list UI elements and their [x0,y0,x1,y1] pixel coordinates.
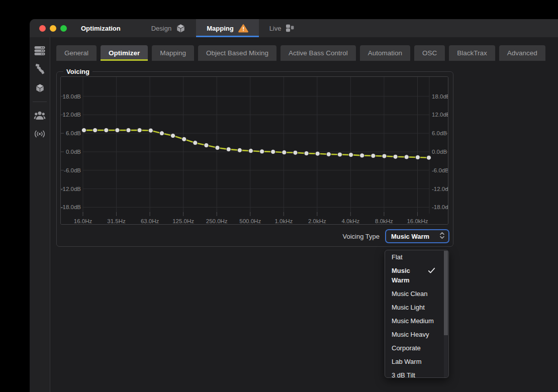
voicing-curve-point[interactable] [282,150,287,155]
voicing-curve-point[interactable] [260,149,264,154]
y-axis-tick-label: -6.0dB [64,167,81,173]
dropdown-scrollbar[interactable] [444,251,448,378]
sidebar-item-broadcast[interactable] [33,128,46,140]
titlebar-tab-live[interactable]: Live [259,19,306,37]
cube-icon [35,83,45,93]
dropdown-option-music-medium[interactable]: Music Medium [385,314,448,328]
tab-blacktrax[interactable]: BlackTrax [449,45,495,61]
scrollbar-thumb[interactable] [444,251,448,335]
voicing-curve-point[interactable] [170,134,175,138]
tab-optimizer[interactable]: Optimizer [101,45,148,61]
x-axis-tick-label: 125.0Hz [172,218,194,224]
voicing-curve-point[interactable] [315,151,320,156]
dropdown-option-label: Corporate [392,344,421,352]
voicing-curve-point[interactable] [371,153,376,158]
tab-osc[interactable]: OSC [414,45,445,61]
voicing-eq-chart[interactable]: 18.0dB18.0dB12.0dB12.0dB6.0dB6.0dB0.0dB0… [60,76,448,225]
voicing-curve-point[interactable] [182,137,187,141]
voicing-curve-point[interactable] [426,155,431,160]
voicing-curve-point[interactable] [204,143,209,148]
tab-automation[interactable]: Automation [360,45,410,61]
voicing-curve-point[interactable] [337,152,342,157]
sidebar-item-amp-rack[interactable] [33,45,46,57]
voicing-curve-point[interactable] [248,149,253,153]
voicing-curve-point[interactable] [148,128,153,133]
voicing-curve-point[interactable] [193,141,198,145]
close-button[interactable] [39,25,46,32]
voicing-curve-point[interactable] [271,149,275,154]
dropdown-option-label: Music Heavy [392,331,429,338]
sidebar-item-group[interactable] [33,109,46,121]
voicing-type-select[interactable]: Music Warm [385,229,449,243]
y-axis-tick-label-right: 0.0dB [432,149,447,155]
dropdown-option-label: Music Warm [392,266,423,285]
line-array-icon [35,64,45,75]
tab-bar: GeneralOptimizerMappingObject Based Mixi… [56,45,558,61]
group-icon [34,111,46,120]
titlebar-tab-mapping[interactable]: Mapping [196,19,258,37]
titlebar-tab-label: Live [269,25,282,32]
y-axis-tick-label-right: -6.0dB [432,167,448,173]
voicing-curve-point[interactable] [93,128,98,133]
minimize-button[interactable] [50,25,56,32]
window-controls [30,25,67,32]
voicing-curve-point[interactable] [137,128,142,133]
y-axis-tick-label-right: 18.0dB [432,93,448,100]
tab-object-based-mixing[interactable]: Object Based Mixing [198,45,276,61]
dropdown-option-flat[interactable]: Flat [385,250,448,264]
voicing-curve-point[interactable] [126,128,131,133]
tab-active-bass-control[interactable]: Active Bass Control [281,45,356,61]
sidebar-item-line-array[interactable] [33,63,46,75]
x-axis-tick-label: 500.0Hz [239,218,261,224]
dropdown-option-music-light[interactable]: Music Light [385,301,448,314]
voicing-curve-point[interactable] [382,154,387,158]
voicing-curve-point[interactable] [81,128,86,133]
dropdown-option-music-warm[interactable]: Music Warm [385,264,448,287]
y-axis-tick-label: -12.0dB [61,186,81,192]
dropdown-option-corporate[interactable]: Corporate [385,341,448,355]
x-axis-tick-label: 63.0Hz [141,218,159,224]
x-axis-tick-label: 2.0kHz [308,218,326,224]
voicing-group-title: Voicing [63,68,92,75]
voicing-curve-point[interactable] [349,153,353,157]
dropdown-option-music-heavy[interactable]: Music Heavy [385,328,448,341]
x-axis-tick-label: 250.0Hz [206,218,228,224]
titlebar-tab-label: Mapping [207,25,233,32]
voicing-curve-point[interactable] [360,153,364,158]
x-axis-tick-label: 4.0kHz [342,218,360,224]
tab-general[interactable]: General [56,45,97,61]
voicing-type-value: Music Warm [391,233,429,240]
voicing-curve-point[interactable] [415,155,420,159]
window-title: Optimization [81,25,121,32]
titlebar-tabs: DesignMappingLive [141,19,306,37]
tab-advanced[interactable]: Advanced [499,45,545,61]
voicing-type-dropdown-menu: FlatMusic WarmMusic CleanMusic LightMusi… [385,250,449,378]
dropdown-option-lab-warm[interactable]: Lab Warm [385,355,448,368]
dropdown-option-music-clean[interactable]: Music Clean [385,287,448,301]
sidebar-item-cube[interactable] [33,82,46,94]
warning-icon [238,24,248,33]
voicing-curve-svg: 18.0dB18.0dB12.0dB12.0dB6.0dB6.0dB0.0dB0… [60,76,448,225]
dropdown-option-label: 3 dB Tilt [392,371,415,378]
voicing-curve-point[interactable] [115,128,120,133]
voicing-curve-point[interactable] [215,145,220,150]
dropdown-option-label: Lab Warm [392,358,421,365]
voicing-curve-point[interactable] [393,154,398,159]
x-axis-tick-label: 16.0kHz [407,218,428,224]
titlebar-tab-design[interactable]: Design [141,19,196,37]
tab-mapping[interactable]: Mapping [152,45,194,61]
voicing-curve-point[interactable] [226,147,231,152]
voicing-curve-point[interactable] [104,128,109,133]
y-axis-tick-label: 0.0dB [66,149,81,155]
voicing-curve-point[interactable] [404,155,409,159]
voicing-curve-point[interactable] [237,148,242,152]
dropdown-option-3-db-tilt[interactable]: 3 dB Tilt [385,368,448,378]
check-icon [428,267,435,275]
voicing-curve-point[interactable] [304,151,309,156]
voicing-curve-point[interactable] [159,131,164,136]
voicing-curve-point[interactable] [326,152,331,156]
y-axis-tick-label-right: -12.0dB [432,186,448,192]
voicing-curve-point[interactable] [293,150,298,155]
chevron-updown-icon [439,232,445,241]
zoom-button[interactable] [60,25,67,32]
